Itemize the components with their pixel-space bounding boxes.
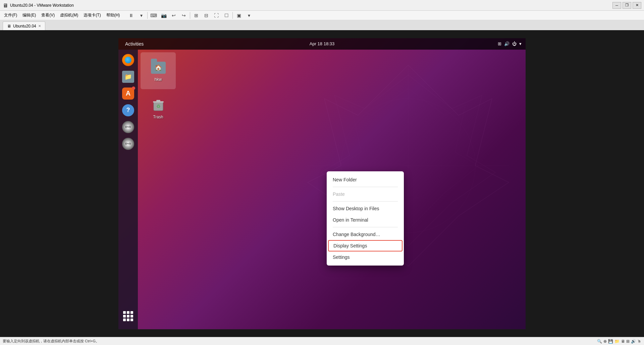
context-menu-display-settings[interactable]: Display Settings [328, 240, 402, 251]
send-ctrl-alt-del[interactable]: ⌨ [149, 11, 158, 20]
home-icon-label: hkw [155, 77, 162, 82]
files-icon: 📁 [122, 71, 134, 83]
fit-vm[interactable]: ⊞ [192, 11, 201, 20]
btn-snap[interactable]: 📷 [159, 11, 168, 20]
tab-close-btn[interactable]: ✕ [38, 24, 41, 28]
context-menu-terminal[interactable]: Open in Terminal [327, 214, 404, 226]
home-folder-icon: 🏠 [150, 60, 166, 76]
gnome-dock: 📁 A ? DVD DVD [118, 50, 138, 329]
menu-bar: 文件(F) 编辑(E) 查看(V) 虚拟机(M) 选项卡(T) 帮助(H) ⏸ … [0, 11, 644, 20]
minimize-button[interactable]: ─ [612, 2, 621, 9]
vmware-window: 🖥 Ubuntu20.04 - VMware Workstation ─ ❐ ✕… [0, 0, 644, 345]
power-btn[interactable]: ⏸ [126, 11, 136, 20]
statusbar-icon-7[interactable]: 🔊 [631, 339, 636, 344]
toolbar-sep-1 [147, 12, 148, 19]
menu-help[interactable]: 帮助(H) [104, 11, 123, 19]
view-btn[interactable]: ▣ [234, 11, 244, 20]
restore-button[interactable]: ❐ [623, 2, 631, 9]
trash-icon: ♻ [150, 97, 166, 113]
context-menu-new-folder[interactable]: New Folder [327, 174, 404, 185]
desktop-area[interactable]: 🏠 hkw ♻ [138, 50, 526, 329]
power-icon[interactable]: ⏻ [512, 41, 517, 46]
menu-vm[interactable]: 虚拟机(M) [57, 11, 81, 19]
help-icon: ? [122, 104, 134, 116]
menu-tabs[interactable]: 选项卡(T) [81, 11, 103, 19]
context-menu-sep-3 [333, 227, 398, 227]
actual-size[interactable]: ⊟ [202, 11, 211, 20]
ubuntu-desktop[interactable]: Activities Apr 18 18:33 ⊞ 🔊 ⏻ ▾ 📁 [118, 38, 526, 329]
close-button[interactable]: ✕ [633, 2, 641, 9]
dock-software[interactable]: A [120, 86, 136, 101]
toolbar-sep-3 [232, 12, 233, 19]
dock-help[interactable]: ? [120, 103, 136, 118]
svg-rect-9 [156, 100, 160, 102]
gnome-clock: Apr 18 18:33 [310, 41, 334, 46]
statusbar-message: 要输入定向到该虚拟机，请在虚拟机内部单击或按 Ctrl+G。 [3, 339, 99, 344]
context-menu-change-bg[interactable]: Change Background… [327, 229, 404, 240]
toolbar-sep-2 [190, 12, 190, 19]
statusbar-icons: 🔍 ⊕ 💾 📁 🖥 ⊞ 🔊 🖱 [597, 339, 641, 344]
desktop-icon-trash[interactable]: ♻ Trash [141, 92, 176, 125]
trash-icon-label: Trash [153, 115, 163, 119]
gnome-topbar: Activities Apr 18 18:33 ⊞ 🔊 ⏻ ▾ [118, 38, 526, 50]
context-menu-show-desktop[interactable]: Show Desktop in Files [327, 203, 404, 214]
apps-grid-icon [123, 311, 133, 321]
window-controls: ─ ❐ ✕ [612, 2, 641, 9]
desktop-icon-home[interactable]: 🏠 hkw [141, 52, 176, 89]
dvd2-icon: DVD [122, 138, 134, 150]
statusbar-icon-6[interactable]: ⊞ [626, 339, 630, 344]
fullscreen[interactable]: ⛶ [212, 11, 221, 20]
statusbar-icon-2[interactable]: ⊕ [603, 339, 607, 344]
tab-bar: 🖥 Ubuntu20.04 ✕ [0, 20, 644, 30]
power-dropdown[interactable]: ▾ [137, 11, 146, 20]
statusbar-icon-4[interactable]: 📁 [614, 339, 620, 344]
software-badge [132, 87, 135, 90]
dock-files[interactable]: 📁 [120, 69, 136, 84]
context-menu-paste: Paste [327, 188, 404, 200]
statusbar-icon-1[interactable]: 🔍 [597, 339, 602, 344]
view-dropdown[interactable]: ▾ [244, 11, 254, 20]
trash-svg: ♻ [151, 98, 166, 113]
dock-dvd2[interactable]: DVD [120, 136, 136, 152]
context-menu-sep-1 [333, 187, 398, 187]
statusbar-icon-5[interactable]: 🖥 [621, 339, 625, 344]
title-bar: 🖥 Ubuntu20.04 - VMware Workstation ─ ❐ ✕ [0, 0, 644, 11]
tab-ubuntu[interactable]: 🖥 Ubuntu20.04 ✕ [3, 21, 45, 30]
volume-icon[interactable]: 🔊 [504, 41, 509, 46]
window-title: Ubuntu20.04 - VMware Workstation [10, 3, 612, 8]
menu-view[interactable]: 查看(V) [39, 11, 57, 19]
dock-dvd1[interactable]: DVD [120, 119, 136, 135]
menu-edit[interactable]: 编辑(E) [20, 11, 39, 19]
btn-snap3[interactable]: ↪ [179, 11, 189, 20]
svg-text:♻: ♻ [156, 104, 160, 109]
context-menu-sep-2 [333, 201, 398, 202]
dvd1-icon: DVD [122, 121, 134, 133]
tab-label: Ubuntu20.04 [13, 24, 36, 28]
context-menu-settings[interactable]: Settings [327, 251, 404, 263]
statusbar-icon-8[interactable]: 🖱 [637, 339, 641, 344]
network-icon[interactable]: ⊞ [498, 41, 501, 46]
activities-button[interactable]: Activities [122, 40, 146, 48]
unity[interactable]: ☐ [222, 11, 231, 20]
gnome-status-icons: ⊞ 🔊 ⏻ ▾ [498, 41, 522, 46]
statusbar-icon-3[interactable]: 💾 [608, 339, 613, 344]
firefox-icon [122, 54, 134, 66]
btn-snap2[interactable]: ↩ [169, 11, 178, 20]
app-icon: 🖥 [3, 3, 8, 8]
menu-file[interactable]: 文件(F) [1, 11, 20, 19]
vm-area[interactable]: Activities Apr 18 18:33 ⊞ 🔊 ⏻ ▾ 📁 [0, 30, 644, 337]
dock-firefox[interactable] [120, 52, 136, 68]
context-menu: New Folder Paste Show Desktop in Files O… [327, 171, 404, 266]
show-apps-button[interactable] [120, 308, 136, 324]
statusbar: 要输入定向到该虚拟机，请在虚拟机内部单击或按 Ctrl+G。 🔍 ⊕ 💾 📁 🖥… [0, 337, 644, 345]
system-menu-arrow[interactable]: ▾ [519, 41, 522, 46]
tab-icon: 🖥 [7, 24, 11, 28]
